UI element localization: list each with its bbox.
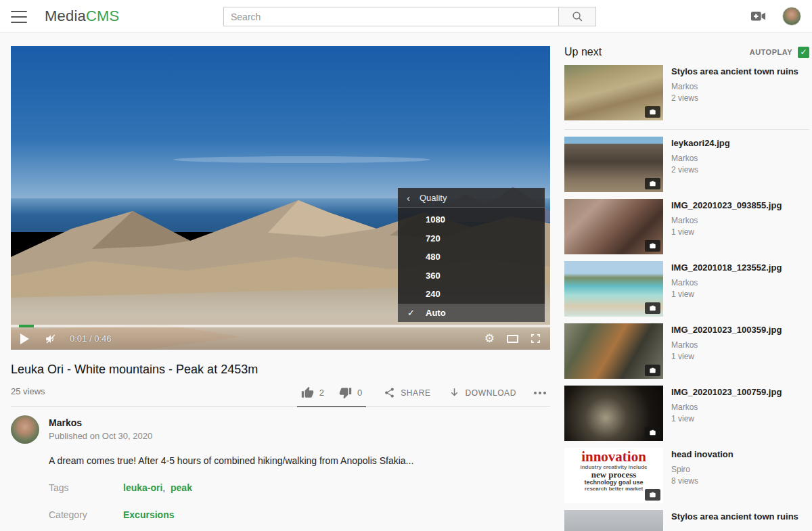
search-input[interactable] (223, 7, 559, 26)
time-display: 0:01 / 0:46 (70, 333, 111, 344)
more-actions-button[interactable] (534, 392, 550, 394)
item-title: IMG_20201023_100359.jpg (671, 325, 782, 336)
thumb-down-icon (339, 386, 352, 399)
sidebar-divider (564, 129, 809, 130)
autoplay-label: AUTOPLAY (750, 48, 792, 56)
up-next-item[interactable]: Stylos area ancient town ruins (564, 510, 809, 531)
item-views: 1 view (671, 352, 782, 361)
image-type-badge (645, 106, 660, 118)
image-type-badge (645, 240, 660, 252)
dislike-count: 0 (357, 388, 362, 398)
item-title: IMG_20201023_093855.jpg (671, 200, 782, 212)
quality-option-240[interactable]: 240 (398, 285, 545, 304)
author-avatar[interactable] (11, 415, 39, 444)
category-link-excursions[interactable]: Excursions (123, 509, 174, 520)
up-next-item[interactable]: IMG_20201023_100359.jpg Markos 1 view (564, 323, 809, 379)
volume-muted-icon (44, 333, 58, 345)
item-title: IMG_20201018_123552.jpg (671, 262, 782, 274)
item-views: 1 view (671, 290, 782, 299)
author-name[interactable]: Markos (49, 417, 152, 428)
quality-option-1080[interactable]: 1080 (398, 210, 545, 229)
item-views: 2 views (671, 93, 798, 103)
thumbnail-img-093855[interactable] (564, 199, 663, 254)
camera-icon (649, 243, 656, 250)
search-button[interactable] (559, 7, 596, 26)
up-next-title: Up next (564, 46, 602, 58)
camera-icon (649, 492, 656, 499)
settings-button[interactable]: ⚙ (484, 333, 495, 344)
logo-media: Media (45, 7, 86, 24)
dislike-button[interactable]: 0 (339, 386, 362, 399)
thumbnail-stylos-ruins[interactable] (564, 65, 663, 120)
mute-button[interactable] (44, 333, 58, 345)
up-next-item[interactable]: Stylos area ancient town ruins Markos 2 … (564, 65, 809, 120)
gear-icon: ⚙ (484, 333, 495, 344)
download-button[interactable]: DOWNLOAD (449, 387, 516, 398)
image-type-badge (645, 302, 660, 314)
thumbnail-leykaori24[interactable] (564, 137, 663, 192)
item-author: Markos (671, 216, 782, 225)
item-author: Markos (671, 154, 730, 163)
thumbnail-stylos-ruins-2[interactable] (564, 510, 663, 531)
video-player[interactable]: ‹ Quality 1080 720 480 360 240 ✓ Auto (11, 46, 550, 350)
item-author: Markos (671, 402, 782, 412)
quality-option-480[interactable]: 480 (398, 248, 545, 267)
fullscreen-button[interactable] (531, 333, 541, 344)
item-title: head inovation (671, 449, 734, 461)
check-icon: ✓ (407, 308, 415, 318)
tag-link-peak[interactable]: peak (171, 482, 192, 493)
thumbnail-img-100759[interactable] (564, 386, 663, 441)
item-author: Markos (671, 82, 798, 91)
tag-separator: , (162, 482, 165, 493)
play-icon (20, 333, 29, 344)
logo-cms: CMS (86, 7, 120, 24)
item-author: Markos (671, 340, 782, 350)
play-button[interactable] (20, 333, 29, 344)
item-title: Stylos area ancient town ruins (671, 511, 798, 523)
thumbnail-img-123552[interactable] (564, 261, 663, 317)
camera-icon (649, 109, 656, 116)
category-label: Category (49, 509, 123, 520)
share-button[interactable]: SHARE (384, 387, 430, 398)
thumbnail-head-inovation[interactable]: innovation industry creativity include n… (564, 448, 663, 503)
thumbnail-img-100359[interactable] (564, 323, 663, 379)
quality-menu: ‹ Quality 1080 720 480 360 240 ✓ Auto (398, 188, 545, 322)
thumb-up-icon (301, 386, 314, 399)
quality-menu-title: Quality (420, 193, 447, 203)
up-next-item[interactable]: IMG_20201023_093855.jpg Markos 1 view (564, 199, 809, 254)
upload-media-icon[interactable] (751, 11, 766, 22)
camera-icon (649, 305, 656, 312)
player-controls: 0:01 / 0:46 ⚙ (11, 327, 550, 350)
fullscreen-icon (531, 333, 541, 344)
check-icon: ✓ (800, 47, 807, 57)
wordcloud-text: innovation (564, 449, 663, 464)
image-type-badge (645, 427, 660, 438)
quality-menu-back[interactable]: ‹ Quality (398, 188, 545, 208)
up-next-item[interactable]: innovation industry creativity include n… (564, 448, 809, 503)
quality-option-720[interactable]: 720 (398, 229, 545, 248)
quality-option-360[interactable]: 360 (398, 267, 545, 285)
vote-group: 2 0 (297, 386, 366, 407)
quality-option-auto[interactable]: ✓ Auto (398, 304, 545, 323)
top-bar: MediaCMS (0, 0, 812, 32)
view-count: 25 views (11, 386, 45, 399)
logo[interactable]: MediaCMS (45, 7, 119, 25)
item-title: leykaori24.jpg (671, 138, 730, 149)
up-next-item[interactable]: leykaori24.jpg Markos 2 views (564, 137, 809, 192)
video-description: A dream comes true! After 4-5 hours of c… (49, 455, 550, 466)
item-author: Spiro (671, 465, 734, 474)
up-next-item[interactable]: IMG_20201023_100759.jpg Markos 1 view (564, 386, 809, 441)
theater-mode-button[interactable] (507, 335, 518, 343)
video-meta-row: 25 views 2 0 SHARE (11, 386, 550, 407)
up-next-item[interactable]: IMG_20201018_123552.jpg Markos 1 view (564, 261, 809, 317)
tag-link-leuka-ori[interactable]: leuka-ori (123, 482, 162, 493)
autoplay-checkbox[interactable]: ✓ (798, 47, 809, 58)
menu-icon[interactable] (11, 11, 27, 23)
like-button[interactable]: 2 (301, 386, 324, 399)
search-icon (572, 11, 583, 22)
download-label: DOWNLOAD (466, 388, 516, 398)
theater-icon (507, 335, 518, 343)
image-type-badge (645, 365, 660, 376)
published-date: Published on Oct 30, 2020 (49, 431, 152, 441)
user-avatar[interactable] (782, 7, 801, 26)
